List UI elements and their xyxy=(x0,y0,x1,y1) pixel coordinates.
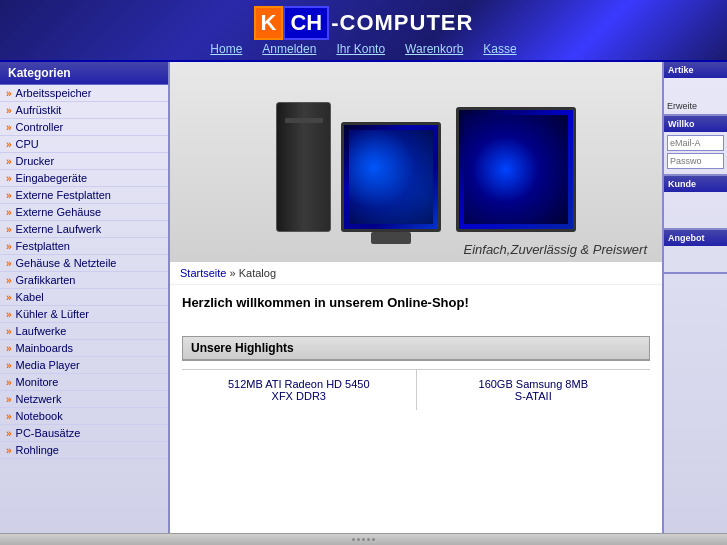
logo-ch: CH xyxy=(283,6,329,40)
sidebar-label: Eingabegeräte xyxy=(16,172,88,184)
sidebar-item-controller[interactable]: » Controller xyxy=(0,119,168,136)
angebot-header: Angebot xyxy=(664,230,727,246)
password-field[interactable] xyxy=(667,153,724,169)
sidebar-item-monitore[interactable]: » Monitore xyxy=(0,374,168,391)
products-row: 512MB ATI Radeon HD 5450XFX DDR3 160GB S… xyxy=(182,369,650,410)
main-layout: Kategorien » Arbeitsspeicher » Aufrüstki… xyxy=(0,62,727,533)
sidebar-label: CPU xyxy=(16,138,39,150)
sidebar-item-kuehler-luefter[interactable]: » Kühler & Lüfter xyxy=(0,306,168,323)
chevron-icon: » xyxy=(6,428,12,439)
nav-account[interactable]: Ihr Konto xyxy=(336,42,385,56)
chevron-icon: » xyxy=(6,139,12,150)
sidebar-item-netzwerk[interactable]: » Netzwerk xyxy=(0,391,168,408)
sidebar-item-notebook[interactable]: » Notebook xyxy=(0,408,168,425)
sidebar-label: PC-Bausätze xyxy=(16,427,81,439)
sidebar-item-drucker[interactable]: » Drucker xyxy=(0,153,168,170)
breadcrumb-start[interactable]: Startseite xyxy=(180,267,226,279)
kunden-header: Kunde xyxy=(664,176,727,192)
right-sidebar: Artike Erweite Willko Kunde Angebot xyxy=(662,62,727,533)
sidebar-item-kabel[interactable]: » Kabel xyxy=(0,289,168,306)
sidebar-label: Arbeitsspeicher xyxy=(16,87,92,99)
header: K CH -COMPUTER Home Anmelden Ihr Konto W… xyxy=(0,0,727,62)
sidebar-item-cpu[interactable]: » CPU xyxy=(0,136,168,153)
breadcrumb: Startseite » Katalog xyxy=(170,262,662,285)
sidebar-label: Rohlinge xyxy=(16,444,59,456)
chevron-icon: » xyxy=(6,275,12,286)
chevron-icon: » xyxy=(6,207,12,218)
artikel-section: Artike Erweite xyxy=(664,62,727,116)
willkommen-header: Willko xyxy=(664,116,727,132)
chevron-icon: » xyxy=(6,377,12,388)
computer-tower xyxy=(276,102,331,232)
sidebar-item-mainboards[interactable]: » Mainboards xyxy=(0,340,168,357)
sidebar-item-rohlinge[interactable]: » Rohlinge xyxy=(0,442,168,459)
dot-4 xyxy=(367,538,370,541)
email-field[interactable] xyxy=(667,135,724,151)
monitor-screen xyxy=(349,130,433,224)
highlights-header: Unsere Highlights xyxy=(183,337,649,360)
dot-2 xyxy=(357,538,360,541)
monitor-screen-large xyxy=(464,115,568,224)
logo-k: K xyxy=(254,6,284,40)
chevron-icon: » xyxy=(6,394,12,405)
sidebar-label: Aufrüstkit xyxy=(16,104,62,116)
sidebar-label: Festplatten xyxy=(16,240,70,252)
chevron-icon: » xyxy=(6,258,12,269)
product-1[interactable]: 512MB ATI Radeon HD 5450XFX DDR3 xyxy=(182,370,417,410)
nav-cart[interactable]: Warenkorb xyxy=(405,42,463,56)
sidebar-item-festplatten[interactable]: » Festplatten xyxy=(0,238,168,255)
bottom-bar xyxy=(0,533,727,545)
product-1-label: 512MB ATI Radeon HD 5450XFX DDR3 xyxy=(228,378,370,402)
logo-text: -COMPUTER xyxy=(331,10,473,36)
app-wrapper: K CH -COMPUTER Home Anmelden Ihr Konto W… xyxy=(0,0,727,545)
breadcrumb-catalog: Katalog xyxy=(239,267,276,279)
monitor-small xyxy=(341,122,441,232)
sidebar-label: Mainboards xyxy=(16,342,73,354)
chevron-icon: » xyxy=(6,411,12,422)
sidebar-item-laufwerke[interactable]: » Laufwerke xyxy=(0,323,168,340)
sidebar-label: Kühler & Lüfter xyxy=(16,308,89,320)
sidebar-item-pc-bausaetze[interactable]: » PC-Bausätze xyxy=(0,425,168,442)
sidebar-header: Kategorien xyxy=(0,62,168,85)
chevron-icon: » xyxy=(6,105,12,116)
sidebar-label: Media Player xyxy=(16,359,80,371)
sidebar-item-externe-laufwerk[interactable]: » Externe Laufwerk xyxy=(0,221,168,238)
chevron-icon: » xyxy=(6,241,12,252)
logo: K CH -COMPUTER xyxy=(254,6,474,40)
welcome-title: Herzlich willkommen in unserem Online-Sh… xyxy=(182,295,650,310)
highlights-box: Unsere Highlights xyxy=(182,336,650,361)
sidebar-label: Drucker xyxy=(16,155,55,167)
sidebar-item-grafikkarten[interactable]: » Grafikkarten xyxy=(0,272,168,289)
sidebar-item-externe-gehaeuse[interactable]: » Externe Gehäuse xyxy=(0,204,168,221)
main-content: Einfach,Zuverlässig & Preiswert Startsei… xyxy=(170,62,662,533)
welcome-section: Herzlich willkommen in unserem Online-Sh… xyxy=(170,285,662,328)
chevron-icon: » xyxy=(6,156,12,167)
sidebar-label: Gehäuse & Netzteile xyxy=(16,257,117,269)
sidebar-item-arbeitsspeicher[interactable]: » Arbeitsspeicher xyxy=(0,85,168,102)
nav-login[interactable]: Anmelden xyxy=(262,42,316,56)
product-2-label: 160GB Samsung 8MBS-ATAII xyxy=(479,378,588,402)
chevron-icon: » xyxy=(6,122,12,133)
chevron-icon: » xyxy=(6,445,12,456)
chevron-icon: » xyxy=(6,88,12,99)
sidebar-item-media-player[interactable]: » Media Player xyxy=(0,357,168,374)
nav-checkout[interactable]: Kasse xyxy=(483,42,516,56)
monitor-large xyxy=(456,107,576,232)
sidebar-label: Netzwerk xyxy=(16,393,62,405)
bottom-dots xyxy=(352,538,375,541)
nav-home[interactable]: Home xyxy=(210,42,242,56)
angebot-section: Angebot xyxy=(664,230,727,274)
sidebar-label: Externe Festplatten xyxy=(16,189,111,201)
chevron-icon: » xyxy=(6,292,12,303)
sidebar-item-gehaeuse-netzteile[interactable]: » Gehäuse & Netzteile xyxy=(0,255,168,272)
sidebar-item-aufruestkit[interactable]: » Aufrüstkit xyxy=(0,102,168,119)
hero-image: Einfach,Zuverlässig & Preiswert xyxy=(170,62,662,262)
sidebar-label: Monitore xyxy=(16,376,59,388)
sidebar-label: Kabel xyxy=(16,291,44,303)
chevron-icon: » xyxy=(6,360,12,371)
chevron-icon: » xyxy=(6,190,12,201)
sidebar-label: Externe Gehäuse xyxy=(16,206,102,218)
sidebar-item-externe-festplatten[interactable]: » Externe Festplatten xyxy=(0,187,168,204)
sidebar-item-eingabegeraete[interactable]: » Eingabegeräte xyxy=(0,170,168,187)
product-2[interactable]: 160GB Samsung 8MBS-ATAII xyxy=(417,370,651,410)
